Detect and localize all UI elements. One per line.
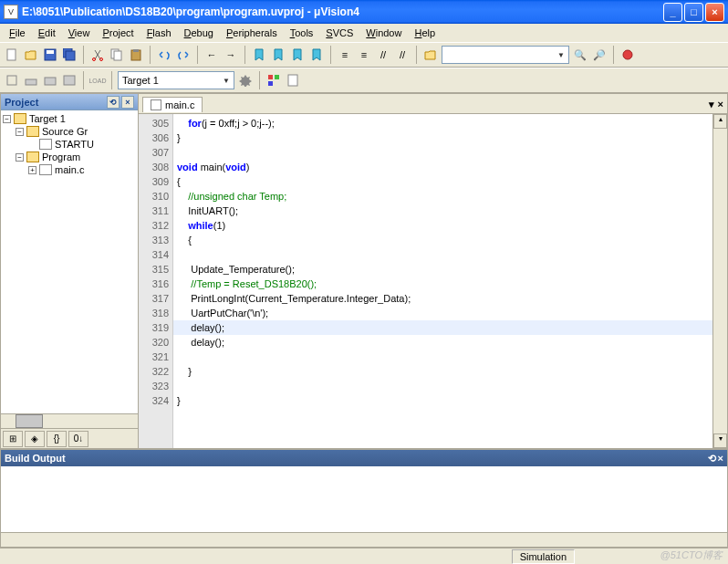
comment-icon[interactable]: // <box>375 47 391 63</box>
svg-rect-16 <box>268 75 273 79</box>
svg-rect-15 <box>64 76 75 85</box>
tree-group-source[interactable]: −Source Gr <box>3 125 136 138</box>
project-tab-4[interactable]: 0↓ <box>68 431 88 447</box>
undo-icon[interactable] <box>156 47 172 63</box>
project-tabs: ⊞ ◈ {} 0↓ <box>1 428 138 448</box>
bookmark-next-icon[interactable] <box>289 47 306 63</box>
nav-fwd-icon[interactable]: → <box>223 47 239 63</box>
toolbar-build: LOAD Target 1▼ <box>0 68 728 93</box>
close-button[interactable]: × <box>705 3 724 22</box>
nav-back-icon[interactable]: ← <box>203 47 220 63</box>
titlebar[interactable]: V E:\8051\Publication\DS18B20\program\pr… <box>0 0 728 24</box>
paste-icon[interactable] <box>128 47 144 63</box>
manage-icon[interactable] <box>265 72 282 89</box>
cut-icon[interactable] <box>89 47 106 63</box>
options-icon[interactable] <box>237 72 254 89</box>
project-tab-3[interactable]: {} <box>47 431 67 447</box>
menu-peripherals[interactable]: Peripherals <box>221 26 283 40</box>
svg-point-6 <box>100 58 103 61</box>
menu-flash[interactable]: Flash <box>141 26 177 40</box>
project-panel-header[interactable]: Project ⟲ × <box>1 94 138 110</box>
batch-build-icon[interactable] <box>61 72 78 89</box>
rebuild-icon[interactable] <box>42 72 58 89</box>
project-tab-2[interactable]: ◈ <box>25 431 45 447</box>
save-all-icon[interactable] <box>61 47 78 63</box>
debug-icon[interactable] <box>619 47 636 63</box>
app-icon: V <box>4 5 18 19</box>
bookmark-clear-icon[interactable] <box>308 47 325 63</box>
project-hscroll[interactable] <box>1 413 138 428</box>
menu-tools[interactable]: Tools <box>285 26 319 40</box>
file-tab-main[interactable]: main.c <box>142 97 203 112</box>
file-ext-icon[interactable] <box>285 72 301 89</box>
window-title: E:\8051\Publication\DS18B20\program\prog… <box>22 5 661 18</box>
project-tab-1[interactable]: ⊞ <box>3 431 23 447</box>
menubar: File Edit View Project Flash Debug Perip… <box>0 24 728 42</box>
code-body[interactable]: for(j = 0xff;j > 0;j--);}void main(void)… <box>173 114 712 448</box>
toolbar-main: ← → ≡ ≡ // // ▼ 🔍 🔎 <box>0 42 728 68</box>
project-tree[interactable]: −Target 1 −Source Gr STARTU −Program +ma… <box>1 110 138 413</box>
statusbar: Simulation <box>0 548 728 564</box>
build-pin-icon[interactable]: ⟲ <box>708 453 716 465</box>
editor-vscroll[interactable]: ▴▾ <box>712 114 727 448</box>
tree-file-main[interactable]: +main.c <box>3 163 136 176</box>
indent-icon[interactable]: ≡ <box>337 47 353 63</box>
tree-group-program[interactable]: −Program <box>3 151 136 163</box>
minimize-button[interactable]: _ <box>663 3 682 22</box>
menu-svcs[interactable]: SVCS <box>320 26 359 40</box>
svg-rect-18 <box>268 81 273 86</box>
watermark: @51CTO博客 <box>660 548 723 562</box>
tree-file-startup[interactable]: STARTU <box>3 138 136 151</box>
code-area[interactable]: 3053063073083093103113123133143153163173… <box>139 114 727 448</box>
build-icon[interactable] <box>23 72 39 89</box>
bookmark-icon[interactable] <box>251 47 267 63</box>
menu-file[interactable]: File <box>4 26 31 40</box>
svg-point-5 <box>93 58 96 61</box>
editor-dropdown-icon[interactable]: ▾ <box>709 99 714 110</box>
svg-rect-12 <box>7 76 16 85</box>
build-output-panel: Build Output ⟲ × <box>0 449 728 548</box>
outdent-icon[interactable]: ≡ <box>356 47 372 63</box>
line-gutter: 3053063073083093103113123133143153163173… <box>139 114 173 448</box>
svg-point-11 <box>623 50 632 59</box>
svg-rect-13 <box>26 79 36 85</box>
incremental-find-icon[interactable]: 🔎 <box>591 47 608 63</box>
menu-project[interactable]: Project <box>97 26 139 40</box>
save-icon[interactable] <box>42 47 58 63</box>
find-in-files-icon[interactable]: 🔍 <box>572 47 588 63</box>
menu-edit[interactable]: Edit <box>33 26 61 40</box>
new-icon[interactable] <box>4 47 20 63</box>
editor-close-icon[interactable]: × <box>718 99 723 110</box>
svg-rect-10 <box>133 49 139 52</box>
build-hscroll[interactable] <box>1 532 727 547</box>
svg-rect-4 <box>66 51 75 60</box>
open-icon[interactable] <box>23 47 39 63</box>
build-output-header[interactable]: Build Output ⟲ × <box>1 450 727 466</box>
panel-pin-icon[interactable]: ⟲ <box>107 96 120 109</box>
svg-rect-17 <box>275 75 279 79</box>
panel-close-icon[interactable]: × <box>121 96 134 109</box>
menu-help[interactable]: Help <box>409 26 441 40</box>
editor-panel: main.c ▾ × 30530630730830931031131231331… <box>139 93 728 449</box>
tree-target[interactable]: −Target 1 <box>3 112 136 125</box>
uncomment-icon[interactable]: // <box>394 47 411 63</box>
redo-icon[interactable] <box>175 47 192 63</box>
build-output-body[interactable] <box>1 466 727 532</box>
translate-icon[interactable] <box>4 72 20 89</box>
find-combo[interactable]: ▼ <box>442 46 569 64</box>
target-combo[interactable]: Target 1▼ <box>118 71 234 89</box>
maximize-button[interactable]: □ <box>684 3 703 22</box>
menu-debug[interactable]: Debug <box>179 26 219 40</box>
file-icon <box>151 99 161 110</box>
find-icon[interactable] <box>422 47 439 63</box>
project-panel: Project ⟲ × −Target 1 −Source Gr STARTU … <box>0 93 139 449</box>
menu-window[interactable]: Window <box>360 26 407 40</box>
menu-view[interactable]: View <box>63 26 96 40</box>
download-icon[interactable]: LOAD <box>89 72 106 89</box>
bookmark-prev-icon[interactable] <box>270 47 286 63</box>
copy-icon[interactable] <box>109 47 125 63</box>
build-close-icon[interactable]: × <box>718 453 723 465</box>
svg-rect-14 <box>45 78 56 85</box>
svg-rect-0 <box>7 49 16 60</box>
file-tabs: main.c ▾ × <box>139 94 727 114</box>
